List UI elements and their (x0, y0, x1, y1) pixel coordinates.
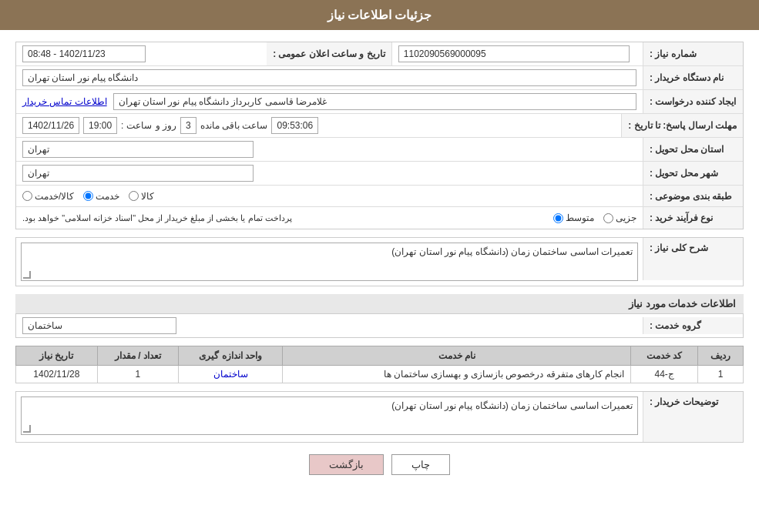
category-label: طبقه بندی موضوعی : (643, 186, 743, 206)
purchase-motavas-radio[interactable] (553, 213, 563, 223)
service-group-row: گروه خدمت : ساختمان (15, 314, 744, 338)
delivery-city-value-cell: تهران (16, 162, 643, 185)
page-title: جزئیات اطلاعات نیاز (327, 8, 432, 22)
resize-handle[interactable] (23, 271, 31, 279)
response-deadline-label: مهلت ارسال پاسخ: تا تاریخ : (621, 114, 743, 137)
remaining-time-value: 09:53:06 (271, 117, 318, 134)
purchase-jozi-label: جزیی (616, 212, 636, 223)
col-quantity: تعداد / مقدار (97, 346, 179, 366)
purchase-type-note: پرداخت تمام یا بخشی از مبلغ خریدار از مح… (22, 213, 297, 223)
category-kala-option[interactable]: کالا (129, 191, 154, 202)
table-header-row: ردیف کد خدمت نام خدمت واحد اندازه گیری ت… (16, 346, 744, 366)
delivery-province-value-cell: تهران (16, 138, 643, 161)
category-kala-radio[interactable] (129, 191, 139, 201)
delivery-province-value: تهران (22, 141, 254, 158)
delivery-province-label: استان محل تحویل : (643, 138, 743, 161)
buyer-notes-value-cell: تعمیرات اساسی ساختمان زمان (دانشگاه پیام… (16, 392, 643, 440)
time-value: 19:00 (83, 117, 117, 134)
delivery-city-value: تهران (22, 165, 254, 182)
requester-link[interactable]: اطلاعات تماس خریدار (22, 96, 107, 107)
category-radio-group: کالا خدمت کالا/خدمت (22, 191, 154, 202)
purchase-motavas-label: متوسط (566, 212, 594, 223)
main-info-section: شماره نیاز : 1102090569000095 تاریخ و سا… (15, 42, 744, 229)
service-group-value-cell: ساختمان (16, 314, 643, 337)
time-label: ساعت : (121, 120, 152, 131)
announce-date-label: تاریخ و ساعت اعلان عمومی : (267, 42, 392, 65)
category-kala-label: کالا (141, 191, 154, 202)
col-unit: واحد اندازه گیری (179, 346, 283, 366)
services-table-section: ردیف کد خدمت نام خدمت واحد اندازه گیری ت… (15, 346, 744, 383)
remaining-row: 09:53:06 ساعت باقی مانده 3 روز و (156, 117, 324, 134)
cell-date: 1402/11/28 (16, 366, 98, 383)
action-buttons: چاپ بازگشت (15, 454, 744, 475)
response-deadline-row: مهلت ارسال پاسخ: تا تاریخ : 09:53:06 ساع… (16, 114, 743, 138)
buyer-org-value: دانشگاه پیام نور استان تهران (22, 69, 636, 86)
page-header: جزئیات اطلاعات نیاز (0, 0, 759, 30)
remaining-label: ساعت باقی مانده (200, 120, 268, 131)
general-desc-text: تعمیرات اساسی ساختمان زمان (دانشگاه پیام… (391, 246, 633, 257)
buyer-org-label: نام دستگاه خریدار : (643, 66, 743, 89)
need-number-value: 1102090569000095 (398, 45, 630, 62)
buyer-org-row: نام دستگاه خریدار : دانشگاه پیام نور است… (16, 66, 743, 90)
general-desc-section: شرح کلی نیاز : تعمیرات اساسی ساختمان زما… (15, 237, 744, 286)
days-label: روز و (156, 120, 176, 131)
buyer-notes-value: تعمیرات اساسی ساختمان زمان (دانشگاه پیام… (21, 396, 638, 435)
cell-row-num: 1 (698, 366, 744, 383)
purchase-type-value-cell: جزیی متوسط پرداخت تمام یا بخشی از مبلغ خ… (16, 207, 643, 229)
purchase-type-radio-group: جزیی متوسط (553, 212, 636, 223)
requester-label: ایجاد کننده درخواست : (643, 90, 743, 113)
general-desc-value-cell: تعمیرات اساسی ساختمان زمان (دانشگاه پیام… (16, 238, 643, 286)
back-button[interactable]: بازگشت (309, 454, 384, 475)
requester-row: ایجاد کننده درخواست : غلامرضا قاسمی کارب… (16, 90, 743, 114)
purchase-jozi-radio[interactable] (603, 213, 613, 223)
general-desc-label: شرح کلی نیاز : (643, 238, 743, 280)
category-khedmat-option[interactable]: خدمت (83, 191, 119, 202)
purchase-type-motavas-option[interactable]: متوسط (553, 212, 594, 223)
category-kala-khedmat-radio[interactable] (22, 191, 32, 201)
delivery-city-row: شهر محل تحویل : تهران (16, 162, 743, 186)
buyer-notes-text: تعمیرات اساسی ساختمان زمان (دانشگاه پیام… (391, 400, 633, 411)
delivery-province-row: استان محل تحویل : تهران (16, 138, 743, 162)
cell-unit: ساختمان (179, 366, 283, 383)
services-table: ردیف کد خدمت نام خدمت واحد اندازه گیری ت… (15, 346, 744, 383)
announce-date-cell: 1402/11/23 - 08:48 (16, 42, 267, 65)
need-number-label: شماره نیاز : (643, 42, 743, 65)
requester-value-cell: غلامرضا قاسمی کاربرداز دانشگاه پیام نور … (16, 90, 643, 113)
buyer-notes-section: توضیحات خریدار : تعمیرات اساسی ساختمان ز… (15, 391, 744, 443)
category-row: طبقه بندی موضوعی : کالا خدمت کالا/خدمت (16, 186, 743, 207)
announce-date-value: 1402/11/23 - 08:48 (22, 45, 146, 62)
general-desc-value: تعمیرات اساسی ساختمان زمان (دانشگاه پیام… (21, 243, 638, 281)
days-value: 3 (180, 117, 196, 134)
category-khedmat-radio[interactable] (83, 191, 93, 201)
service-group-label: گروه خدمت : (643, 317, 743, 334)
purchase-type-label: نوع فرآیند خرید : (643, 207, 743, 229)
col-date: تاریخ نیاز (16, 346, 98, 366)
resize-handle-2[interactable] (23, 425, 31, 433)
date-value: 1402/11/26 (22, 117, 79, 134)
category-value-cell: کالا خدمت کالا/خدمت (16, 186, 643, 206)
purchase-type-jozi-option[interactable]: جزیی (603, 212, 636, 223)
delivery-city-label: شهر محل تحویل : (643, 162, 743, 185)
category-kala-khedmat-option[interactable]: کالا/خدمت (22, 191, 74, 202)
need-number-value-cell: 1102090569000095 (392, 42, 643, 65)
col-service-name: نام خدمت (283, 346, 631, 366)
requester-value: غلامرضا قاسمی کاربرداز دانشگاه پیام نور … (113, 93, 636, 110)
need-number-row: شماره نیاز : 1102090569000095 تاریخ و سا… (16, 42, 743, 66)
cell-quantity: 1 (97, 366, 179, 383)
buyer-org-value-cell: دانشگاه پیام نور استان تهران (16, 66, 643, 89)
cell-service-code: ج-44 (631, 366, 698, 383)
col-service-code: کد خدمت (631, 346, 698, 366)
print-button[interactable]: چاپ (391, 454, 450, 475)
service-group-value: ساختمان (22, 317, 176, 334)
table-row: 1 ج-44 انجام کارهای متفرقه درخصوص بازساز… (16, 366, 744, 383)
col-row-num: ردیف (698, 346, 744, 366)
purchase-type-row: نوع فرآیند خرید : جزیی متوسط پرداخت تمام… (16, 207, 743, 229)
category-kala-khedmat-label: کالا/خدمت (35, 191, 74, 202)
cell-service-name: انجام کارهای متفرقه درخصوص بازسازی و بهس… (283, 366, 631, 383)
service-info-title: اطلاعات خدمات مورد نیاز (15, 294, 744, 314)
buyer-notes-label: توضیحات خریدار : (643, 392, 743, 442)
response-deadline-cell: 09:53:06 ساعت باقی مانده 3 روز و ساعت : … (16, 114, 621, 137)
category-khedmat-label: خدمت (96, 191, 119, 202)
